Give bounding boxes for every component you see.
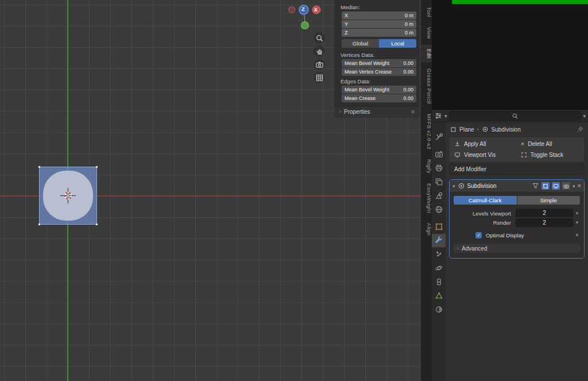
- viewport-vis-button[interactable]: Viewport Vis: [452, 150, 519, 160]
- apply-all-button[interactable]: Apply All: [452, 139, 519, 149]
- on-cage-icon[interactable]: [532, 182, 539, 190]
- hand-icon: [315, 47, 324, 56]
- vertex-dot[interactable]: [38, 166, 40, 168]
- optimal-display-checkbox[interactable]: ✓: [475, 232, 482, 238]
- levels-viewport-row: Levels Viewport 2: [452, 209, 581, 218]
- mean-crease-field[interactable]: Mean Crease 0.00: [342, 94, 416, 102]
- edge-mean-bevel-weight-field[interactable]: Mean Bevel Weight 0.00: [342, 86, 416, 94]
- remove-modifier-icon[interactable]: ×: [578, 183, 581, 189]
- levels-viewport-field[interactable]: 2: [516, 209, 573, 217]
- vertex-dot[interactable]: [96, 224, 98, 225]
- field-value: 0 m: [405, 21, 413, 27]
- properties-tab-material[interactable]: [432, 303, 446, 316]
- decorator-dot[interactable]: [576, 221, 578, 224]
- n-panel: Median: X 0 m Y 0 m Z 0 m Global Local V…: [335, 0, 419, 117]
- tab-align[interactable]: Align: [421, 219, 432, 240]
- median-x-field[interactable]: X 0 m: [342, 11, 416, 20]
- object-square-icon: [450, 126, 457, 133]
- advanced-collapsed-panel[interactable]: › Advanced: [454, 244, 580, 253]
- toggle-stack-button[interactable]: Toggle Stack: [519, 150, 582, 160]
- median-z-field[interactable]: Z 0 m: [342, 29, 416, 37]
- mesh-data-icon: [435, 291, 443, 300]
- properties-tab-particles[interactable]: [432, 248, 446, 261]
- chevron-right-icon: ›: [477, 126, 479, 132]
- tab-rigify[interactable]: Rigify: [421, 155, 432, 178]
- navigation-gizmo[interactable]: Z X: [285, 2, 324, 32]
- simple-button[interactable]: Simple: [517, 196, 581, 205]
- mean-vertex-crease-field[interactable]: Mean Vertex Crease 0.00: [342, 68, 416, 76]
- 3d-viewport[interactable]: Z X Median: X 0 m Y: [0, 0, 421, 381]
- viewport-nav-buttons: [314, 32, 325, 83]
- local-button[interactable]: Local: [379, 39, 416, 48]
- upper-editor-region: [432, 0, 588, 109]
- blender-window: Z X Median: X 0 m Y: [0, 0, 588, 381]
- chevron-down-icon[interactable]: ▾: [452, 183, 455, 189]
- properties-tab-physics[interactable]: [432, 261, 446, 275]
- modifier-header[interactable]: ▾ Subdivision ▾ ×: [450, 180, 584, 193]
- median-y-field[interactable]: Y 0 m: [342, 20, 416, 28]
- render-toggle[interactable]: [562, 182, 570, 190]
- edit-mode-toggle[interactable]: [541, 182, 550, 190]
- properties-tab-tool[interactable]: [432, 130, 446, 144]
- catmull-clark-button[interactable]: Catmull-Clark: [454, 196, 517, 205]
- mean-bevel-weight-field[interactable]: Mean Bevel Weight 0.00: [342, 59, 416, 67]
- camera-view-button[interactable]: [314, 59, 325, 70]
- properties-tab-constraints[interactable]: [432, 275, 446, 288]
- chevron-right-icon: ›: [339, 109, 341, 114]
- properties-tab-object[interactable]: [432, 220, 446, 233]
- toggle-grid-button[interactable]: [314, 72, 325, 83]
- vertex-dot[interactable]: [38, 224, 40, 225]
- material-icon: [435, 305, 443, 314]
- properties-tab-output[interactable]: [432, 161, 446, 175]
- header-options-chevron-icon[interactable]: ▾: [583, 113, 586, 119]
- editor-type-icon[interactable]: [434, 111, 443, 120]
- tab-grease-pencil[interactable]: Grease Pencil: [421, 64, 432, 108]
- subsurf-modifier-icon: [458, 182, 465, 190]
- tab-mffb[interactable]: MFFB v2.0-a3: [421, 110, 432, 153]
- apply-all-label: Apply All: [464, 141, 486, 147]
- constraints-icon: [435, 278, 443, 286]
- properties-tab-modifiers[interactable]: [432, 234, 446, 247]
- realtime-toggle[interactable]: [552, 182, 560, 190]
- properties-tab-column: [432, 122, 446, 381]
- breadcrumb-object[interactable]: Plane: [459, 126, 474, 133]
- edges-data-label: Edges Data:: [335, 76, 419, 86]
- monitor-icon: [553, 183, 559, 189]
- modifier-extras-chevron-icon[interactable]: ▾: [572, 183, 575, 189]
- pan-button[interactable]: [314, 45, 325, 57]
- magnifier-icon: [315, 34, 324, 43]
- properties-tab-world[interactable]: [432, 203, 446, 216]
- field-label: Mean Vertex Crease: [345, 69, 392, 75]
- delete-all-button[interactable]: × Delete All: [519, 139, 582, 149]
- chevron-down-icon[interactable]: ▾: [444, 113, 447, 119]
- gizmo-z-label: Z: [301, 6, 305, 12]
- global-button[interactable]: Global: [342, 39, 379, 48]
- field-value: 0.00: [403, 60, 413, 66]
- field-label: Mean Bevel Weight: [345, 60, 389, 66]
- tab-view[interactable]: View: [421, 23, 432, 43]
- orientation-toggle: Global Local: [342, 39, 416, 48]
- properties-tab-scene[interactable]: [432, 189, 446, 202]
- decorator-dot[interactable]: [576, 212, 578, 214]
- vertex-dot[interactable]: [96, 166, 98, 168]
- render-field[interactable]: 2: [516, 218, 573, 227]
- properties-tab-data[interactable]: [432, 289, 446, 302]
- modifier-name[interactable]: Subdivision: [467, 183, 497, 189]
- decorator-dot[interactable]: [576, 234, 578, 236]
- tab-easyweight[interactable]: EasyWeight: [421, 179, 432, 217]
- properties-tab-render[interactable]: [432, 148, 446, 161]
- pin-icon[interactable]: [577, 126, 583, 133]
- subdivision-modifier-panel: ▾ Subdivision ▾ ×: [449, 179, 585, 259]
- camera-icon: [315, 60, 324, 69]
- properties-panel-label: Properties: [344, 109, 370, 115]
- properties-collapsed-panel[interactable]: › Properties ≡: [335, 106, 419, 117]
- breadcrumb-modifier[interactable]: Subdivision: [492, 126, 521, 133]
- tab-tool[interactable]: Tool: [421, 3, 432, 21]
- properties-tab-view-layer[interactable]: [432, 175, 446, 188]
- tab-edit[interactable]: Edit: [421, 45, 432, 63]
- search-input[interactable]: [449, 111, 582, 121]
- zoom-button[interactable]: [314, 32, 325, 44]
- add-modifier-dropdown[interactable]: Add Modifier: [449, 164, 585, 175]
- median-section-label: Median:: [335, 2, 419, 11]
- optimal-display-row: ✓ Optimal Display: [452, 231, 581, 239]
